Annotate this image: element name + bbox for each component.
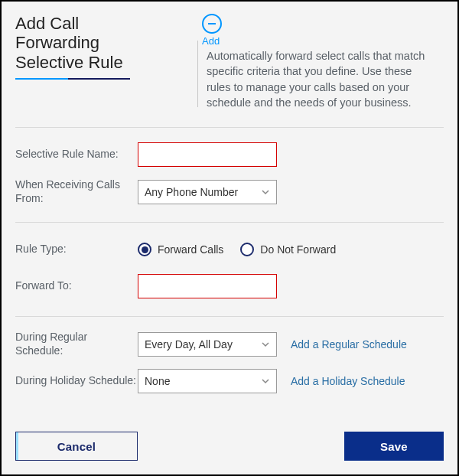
page-title: Add Call Forwarding Selective Rule xyxy=(15,14,145,72)
cancel-button[interactable]: Cancel xyxy=(15,432,138,461)
help-panel: Add Automatically forward select calls t… xyxy=(191,14,428,110)
divider xyxy=(15,316,444,317)
add-holiday-schedule-link[interactable]: Add a Holiday Schedule xyxy=(291,375,405,387)
regular-schedule-select[interactable]: Every Day, All Day xyxy=(138,332,277,357)
chevron-down-icon xyxy=(261,377,270,386)
radio-forward-calls[interactable]: Forward Calls xyxy=(138,243,223,256)
label-regular-schedule: During Regular Schedule: xyxy=(15,331,138,357)
chevron-down-icon xyxy=(261,340,270,349)
chevron-down-icon xyxy=(261,187,270,197)
row-regular-schedule: During Regular Schedule: Every Day, All … xyxy=(15,331,444,357)
row-when-from: When Receiving Calls From: Any Phone Num… xyxy=(15,178,444,205)
radio-forward-label: Forward Calls xyxy=(158,243,223,256)
add-regular-schedule-link[interactable]: Add a Regular Schedule xyxy=(291,338,407,350)
when-from-selected: Any Phone Number xyxy=(145,186,238,198)
holiday-schedule-selected: None xyxy=(145,375,170,387)
collapse-help-button[interactable] xyxy=(202,14,222,34)
row-holiday-schedule: During Holiday Schedule: None Add a Holi… xyxy=(15,368,444,394)
radio-do-not-forward[interactable]: Do Not Forward xyxy=(240,243,336,256)
button-bar: Cancel Save xyxy=(15,432,444,461)
when-from-select[interactable]: Any Phone Number xyxy=(138,180,277,204)
row-rule-type: Rule Type: Forward Calls Do Not Forward xyxy=(15,236,444,262)
row-forward-to: Forward To: xyxy=(15,273,444,299)
save-button[interactable]: Save xyxy=(344,432,444,461)
radio-dot-icon xyxy=(240,243,254,256)
regular-schedule-selected: Every Day, All Day xyxy=(145,338,233,350)
dialog-header: Add Call Forwarding Selective Rule Add A… xyxy=(15,14,444,110)
label-rule-name: Selective Rule Name: xyxy=(15,148,138,161)
label-holiday-schedule: During Holiday Schedule: xyxy=(15,374,138,388)
label-forward-to: Forward To: xyxy=(15,279,138,293)
row-rule-name: Selective Rule Name: xyxy=(15,142,444,168)
radio-dot-icon xyxy=(138,243,151,256)
forward-to-input[interactable] xyxy=(138,274,277,298)
dialog-add-call-forwarding-rule: Add Call Forwarding Selective Rule Add A… xyxy=(0,0,459,476)
title-underline xyxy=(15,78,130,80)
rule-name-input[interactable] xyxy=(138,142,277,167)
title-wrap: Add Call Forwarding Selective Rule xyxy=(15,14,145,80)
help-text: Automatically forward select calls that … xyxy=(207,48,428,110)
help-divider xyxy=(197,41,198,107)
holiday-schedule-select[interactable]: None xyxy=(138,369,277,393)
radio-do-not-forward-label: Do Not Forward xyxy=(260,243,336,256)
label-when-from: When Receiving Calls From: xyxy=(15,178,138,205)
minus-icon xyxy=(207,18,217,29)
label-rule-type: Rule Type: xyxy=(15,243,138,256)
divider xyxy=(15,127,444,128)
divider xyxy=(15,222,444,223)
help-toggle-label: Add xyxy=(202,35,428,47)
